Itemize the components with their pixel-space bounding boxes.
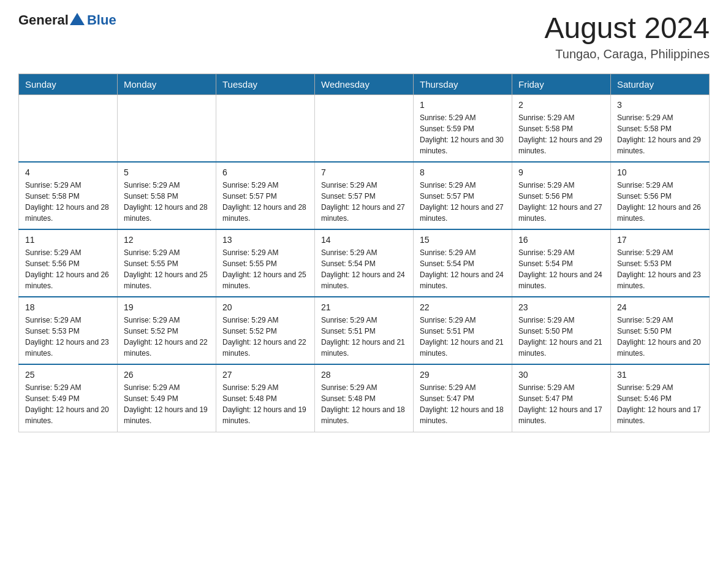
- day-number: 13: [222, 235, 308, 245]
- calendar-cell: 6Sunrise: 5:29 AM Sunset: 5:57 PM Daylig…: [216, 162, 315, 229]
- day-number: 21: [321, 302, 407, 312]
- day-number: 3: [617, 100, 703, 110]
- day-number: 17: [617, 235, 703, 245]
- day-number: 5: [124, 167, 210, 177]
- calendar-cell: 9Sunrise: 5:29 AM Sunset: 5:56 PM Daylig…: [512, 162, 611, 229]
- day-sun-info: Sunrise: 5:29 AM Sunset: 5:54 PM Dayligh…: [518, 247, 604, 291]
- day-number: 6: [222, 167, 308, 177]
- day-number: 26: [124, 370, 210, 380]
- day-sun-info: Sunrise: 5:29 AM Sunset: 5:55 PM Dayligh…: [124, 247, 210, 291]
- day-sun-info: Sunrise: 5:29 AM Sunset: 5:58 PM Dayligh…: [617, 112, 703, 156]
- day-number: 14: [321, 235, 407, 245]
- calendar-header-sunday: Sunday: [19, 74, 118, 94]
- day-sun-info: Sunrise: 5:29 AM Sunset: 5:57 PM Dayligh…: [420, 180, 506, 224]
- day-sun-info: Sunrise: 5:29 AM Sunset: 5:48 PM Dayligh…: [222, 382, 308, 426]
- calendar-cell: 30Sunrise: 5:29 AM Sunset: 5:47 PM Dayli…: [512, 364, 611, 432]
- calendar-cell: [19, 94, 118, 162]
- calendar-week-row: 18Sunrise: 5:29 AM Sunset: 5:53 PM Dayli…: [19, 297, 710, 364]
- calendar-week-row: 25Sunrise: 5:29 AM Sunset: 5:49 PM Dayli…: [19, 364, 710, 432]
- day-sun-info: Sunrise: 5:29 AM Sunset: 5:54 PM Dayligh…: [420, 247, 506, 291]
- day-number: 1: [420, 100, 506, 110]
- day-sun-info: Sunrise: 5:29 AM Sunset: 5:56 PM Dayligh…: [617, 180, 703, 224]
- day-sun-info: Sunrise: 5:29 AM Sunset: 5:49 PM Dayligh…: [25, 382, 111, 426]
- location-subtitle: Tungao, Caraga, Philippines: [544, 47, 710, 61]
- day-sun-info: Sunrise: 5:29 AM Sunset: 5:58 PM Dayligh…: [518, 112, 604, 156]
- day-sun-info: Sunrise: 5:29 AM Sunset: 5:49 PM Dayligh…: [124, 382, 210, 426]
- logo-triangle-icon: [70, 13, 85, 25]
- day-sun-info: Sunrise: 5:29 AM Sunset: 5:48 PM Dayligh…: [321, 382, 407, 426]
- calendar-cell: 26Sunrise: 5:29 AM Sunset: 5:49 PM Dayli…: [118, 364, 216, 432]
- calendar-cell: 18Sunrise: 5:29 AM Sunset: 5:53 PM Dayli…: [19, 297, 118, 364]
- day-sun-info: Sunrise: 5:29 AM Sunset: 5:50 PM Dayligh…: [518, 315, 604, 359]
- day-number: 19: [124, 302, 210, 312]
- day-sun-info: Sunrise: 5:29 AM Sunset: 5:54 PM Dayligh…: [321, 247, 407, 291]
- day-number: 10: [617, 167, 703, 177]
- day-sun-info: Sunrise: 5:29 AM Sunset: 5:58 PM Dayligh…: [25, 180, 111, 224]
- day-number: 16: [518, 235, 604, 245]
- calendar-week-row: 1Sunrise: 5:29 AM Sunset: 5:59 PM Daylig…: [19, 94, 710, 162]
- calendar-header-thursday: Thursday: [414, 74, 512, 94]
- day-sun-info: Sunrise: 5:29 AM Sunset: 5:51 PM Dayligh…: [321, 315, 407, 359]
- calendar-cell: 13Sunrise: 5:29 AM Sunset: 5:55 PM Dayli…: [216, 229, 315, 297]
- day-sun-info: Sunrise: 5:29 AM Sunset: 5:52 PM Dayligh…: [222, 315, 308, 359]
- calendar-cell: 8Sunrise: 5:29 AM Sunset: 5:57 PM Daylig…: [414, 162, 512, 229]
- calendar-week-row: 4Sunrise: 5:29 AM Sunset: 5:58 PM Daylig…: [19, 162, 710, 229]
- day-number: 28: [321, 370, 407, 380]
- day-sun-info: Sunrise: 5:29 AM Sunset: 5:50 PM Dayligh…: [617, 315, 703, 359]
- day-number: 8: [420, 167, 506, 177]
- day-sun-info: Sunrise: 5:29 AM Sunset: 5:46 PM Dayligh…: [617, 382, 703, 426]
- day-sun-info: Sunrise: 5:29 AM Sunset: 5:47 PM Dayligh…: [518, 382, 604, 426]
- calendar-cell: [118, 94, 216, 162]
- day-sun-info: Sunrise: 5:29 AM Sunset: 5:57 PM Dayligh…: [222, 180, 308, 224]
- calendar-cell: 10Sunrise: 5:29 AM Sunset: 5:56 PM Dayli…: [611, 162, 710, 229]
- day-sun-info: Sunrise: 5:29 AM Sunset: 5:56 PM Dayligh…: [25, 247, 111, 291]
- calendar-cell: 1Sunrise: 5:29 AM Sunset: 5:59 PM Daylig…: [414, 94, 512, 162]
- calendar-cell: 4Sunrise: 5:29 AM Sunset: 5:58 PM Daylig…: [19, 162, 118, 229]
- day-sun-info: Sunrise: 5:29 AM Sunset: 5:58 PM Dayligh…: [124, 180, 210, 224]
- day-number: 29: [420, 370, 506, 380]
- day-number: 7: [321, 167, 407, 177]
- day-number: 11: [25, 235, 111, 245]
- calendar-header-friday: Friday: [512, 74, 611, 94]
- day-number: 2: [518, 100, 604, 110]
- day-number: 9: [518, 167, 604, 177]
- page-header: General Blue August 2024 Tungao, Caraga,…: [18, 12, 710, 61]
- title-block: August 2024 Tungao, Caraga, Philippines: [544, 12, 710, 61]
- day-sun-info: Sunrise: 5:29 AM Sunset: 5:51 PM Dayligh…: [420, 315, 506, 359]
- day-sun-info: Sunrise: 5:29 AM Sunset: 5:47 PM Dayligh…: [420, 382, 506, 426]
- day-sun-info: Sunrise: 5:29 AM Sunset: 5:53 PM Dayligh…: [617, 247, 703, 291]
- calendar-cell: 17Sunrise: 5:29 AM Sunset: 5:53 PM Dayli…: [611, 229, 710, 297]
- day-sun-info: Sunrise: 5:29 AM Sunset: 5:55 PM Dayligh…: [222, 247, 308, 291]
- calendar-cell: 15Sunrise: 5:29 AM Sunset: 5:54 PM Dayli…: [414, 229, 512, 297]
- calendar-cell: 22Sunrise: 5:29 AM Sunset: 5:51 PM Dayli…: [414, 297, 512, 364]
- calendar-cell: 25Sunrise: 5:29 AM Sunset: 5:49 PM Dayli…: [19, 364, 118, 432]
- calendar-cell: [315, 94, 414, 162]
- day-number: 24: [617, 302, 703, 312]
- calendar-cell: 28Sunrise: 5:29 AM Sunset: 5:48 PM Dayli…: [315, 364, 414, 432]
- calendar-cell: 3Sunrise: 5:29 AM Sunset: 5:58 PM Daylig…: [611, 94, 710, 162]
- calendar-cell: 24Sunrise: 5:29 AM Sunset: 5:50 PM Dayli…: [611, 297, 710, 364]
- day-number: 4: [25, 167, 111, 177]
- calendar-cell: 21Sunrise: 5:29 AM Sunset: 5:51 PM Dayli…: [315, 297, 414, 364]
- logo: General Blue: [18, 12, 116, 28]
- calendar-cell: 11Sunrise: 5:29 AM Sunset: 5:56 PM Dayli…: [19, 229, 118, 297]
- month-year-title: August 2024: [544, 12, 710, 45]
- calendar-cell: [216, 94, 315, 162]
- calendar-cell: 20Sunrise: 5:29 AM Sunset: 5:52 PM Dayli…: [216, 297, 315, 364]
- calendar-cell: 16Sunrise: 5:29 AM Sunset: 5:54 PM Dayli…: [512, 229, 611, 297]
- day-number: 15: [420, 235, 506, 245]
- day-number: 18: [25, 302, 111, 312]
- day-sun-info: Sunrise: 5:29 AM Sunset: 5:53 PM Dayligh…: [25, 315, 111, 359]
- day-number: 22: [420, 302, 506, 312]
- calendar-cell: 7Sunrise: 5:29 AM Sunset: 5:57 PM Daylig…: [315, 162, 414, 229]
- calendar-header-tuesday: Tuesday: [216, 74, 315, 94]
- day-sun-info: Sunrise: 5:29 AM Sunset: 5:56 PM Dayligh…: [518, 180, 604, 224]
- logo-general-text: General: [18, 12, 69, 28]
- day-number: 20: [222, 302, 308, 312]
- day-number: 31: [617, 370, 703, 380]
- calendar-cell: 19Sunrise: 5:29 AM Sunset: 5:52 PM Dayli…: [118, 297, 216, 364]
- calendar-cell: 12Sunrise: 5:29 AM Sunset: 5:55 PM Dayli…: [118, 229, 216, 297]
- calendar-cell: 27Sunrise: 5:29 AM Sunset: 5:48 PM Dayli…: [216, 364, 315, 432]
- calendar-cell: 2Sunrise: 5:29 AM Sunset: 5:58 PM Daylig…: [512, 94, 611, 162]
- day-number: 25: [25, 370, 111, 380]
